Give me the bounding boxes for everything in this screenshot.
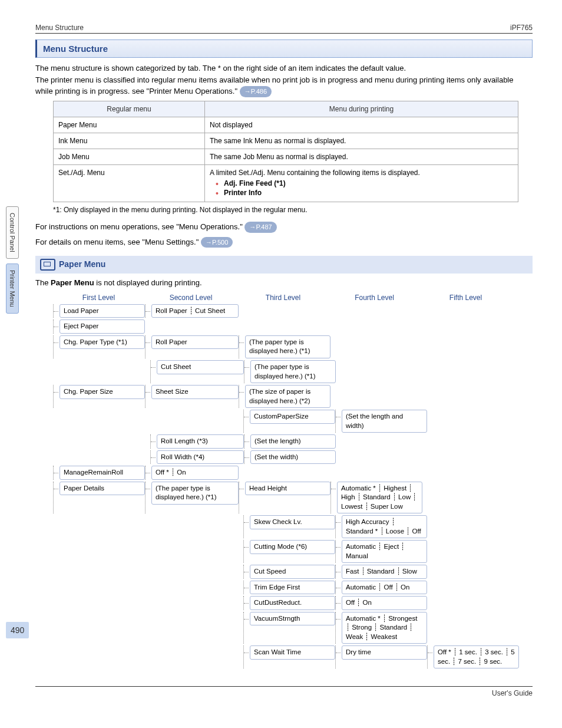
tree-node: Chg. Paper Type (*1): [59, 335, 145, 350]
tree-node: Off ┊ On: [342, 596, 427, 610]
header-left: Menu Structure: [35, 24, 84, 32]
page-ref-link[interactable]: →P.487: [244, 222, 276, 233]
section-title: Menu Structure: [35, 39, 533, 58]
menu-tree: Load PaperRoll Paper ┊ Cut Sheet Eject P…: [53, 304, 533, 668]
tree-node: VacuumStrngth: [250, 612, 335, 626]
tree-node: Cut Speed: [250, 565, 335, 579]
page-ref-link[interactable]: →P.500: [201, 237, 233, 248]
subsection-paper-menu: Paper Menu: [35, 256, 533, 274]
tree-node: CustomPaperSize: [250, 410, 335, 424]
tree-node: ManageRemainRoll: [59, 466, 145, 480]
instruction-line: For details on menu items, see "Menu Set…: [35, 236, 533, 248]
table-cell: The same Ink Menu as normal is displayed…: [205, 133, 518, 149]
tree-node: Roll Width (*4): [157, 450, 244, 465]
table-cell: Ink Menu: [54, 133, 205, 149]
section-intro: The menu structure is shown categorized …: [35, 62, 533, 97]
bullet-item: Adj. Fine Feed (*1): [224, 179, 286, 187]
table-cell: A limited Set./Adj. Menu containing the …: [205, 164, 518, 202]
side-tab-control-panel[interactable]: Control Panel: [6, 206, 19, 259]
tree-node: (The size of paper is displayed here.) (…: [245, 385, 330, 408]
instruction-line: For instructions on menu operations, see…: [35, 221, 533, 233]
tree-node: Load Paper: [59, 304, 145, 318]
table-cell: Set./Adj. Menu: [54, 164, 205, 202]
tree-node: Cut Sheet: [157, 360, 244, 374]
tree-node: High Accuracy ┊ Standard * ┊ Loose ┊ Off: [342, 515, 427, 538]
paper-menu-note: The Paper Menu is not displayed during p…: [35, 277, 533, 289]
th-regular: Regular menu: [54, 101, 205, 117]
footer-text: User's Guide: [492, 689, 533, 697]
header-right: iPF765: [510, 24, 533, 32]
table-cell: Not displayed: [205, 117, 518, 133]
tree-node: Sheet Size: [151, 385, 239, 399]
tree-node: Scan Wait Time: [250, 645, 335, 660]
tree-node: (Set the width): [250, 450, 336, 465]
tree-node: CutDustReduct.: [250, 596, 335, 610]
paper-menu-icon: [40, 259, 55, 271]
tree-node: Off * ┊ On: [151, 466, 239, 480]
tree-node: Roll Paper ┊ Cut Sheet: [151, 304, 239, 318]
tree-node: Chg. Paper Size: [59, 385, 145, 399]
tree-node: (Set the length): [250, 434, 336, 449]
tree-node: Automatic * ┊ Highest ┊ High ┊ Standard …: [337, 482, 422, 514]
table-cell: Job Menu: [54, 149, 205, 164]
levels-header: First LevelSecond LevelThird LevelFourth…: [53, 294, 533, 302]
tree-node: Automatic * ┊ Strongest ┊ Strong ┊ Stand…: [342, 612, 427, 644]
bullet-item: Printer Info: [224, 189, 262, 197]
tree-node: (The paper type is displayed here.) (*1): [151, 482, 239, 505]
tree-node: Roll Length (*3): [157, 434, 244, 449]
tree-node: Fast ┊ Standard ┊ Slow: [342, 565, 427, 579]
page-number-badge: 490: [6, 622, 29, 638]
footnote: *1: Only displayed in the menu during pr…: [53, 206, 533, 214]
tree-node: Cutting Mode (*6): [250, 540, 335, 554]
menu-table: Regular menuMenu during printing Paper M…: [53, 101, 518, 202]
tree-node: Automatic ┊ Off ┊ On: [342, 581, 427, 595]
tree-node: Paper Details: [59, 482, 145, 496]
tree-node: Trim Edge First: [250, 581, 335, 595]
table-cell: Paper Menu: [54, 117, 205, 133]
tree-node: (The paper type is displayed here.) (*1): [250, 360, 336, 383]
tree-node: Eject Paper: [59, 319, 145, 334]
page-ref-link[interactable]: →P.486: [240, 86, 272, 97]
tree-node: Off * ┊ 1 sec. ┊ 3 sec. ┊ 5 sec. ┊ 7 sec…: [434, 645, 519, 668]
table-cell: The same Job Menu as normal is displayed…: [205, 149, 518, 164]
tree-node: Roll Paper: [151, 335, 239, 350]
tree-node: Dry time: [342, 645, 427, 660]
tree-node: Automatic ┊ Eject ┊ Manual: [342, 540, 427, 563]
tree-node: (The paper type is displayed here.) (*1): [245, 335, 330, 358]
tree-node: Head Height: [245, 482, 330, 496]
side-tab-printer-menu[interactable]: Printer Menu: [6, 263, 19, 314]
tree-node: (Set the length and width): [342, 410, 427, 433]
th-during: Menu during printing: [205, 101, 518, 117]
tree-node: Skew Check Lv.: [250, 515, 335, 529]
